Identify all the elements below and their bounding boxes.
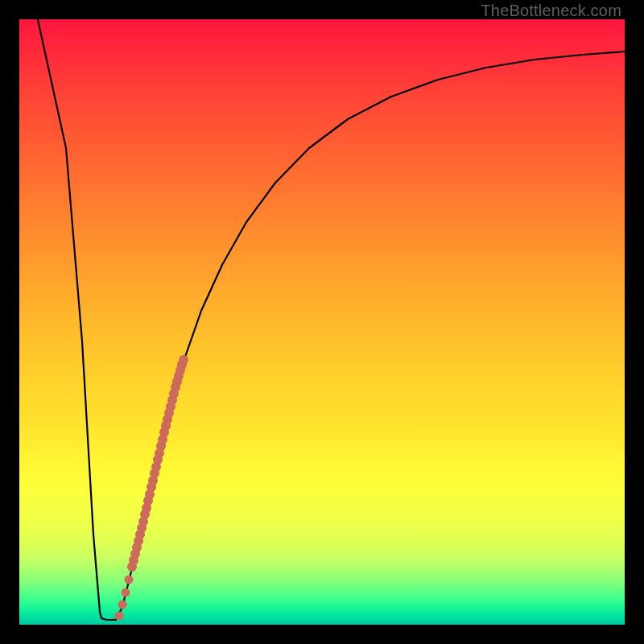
svg-point-35	[118, 601, 127, 609]
watermark-text: TheBottleneck.com	[481, 2, 621, 20]
highlight-band	[115, 355, 189, 621]
chart-frame: TheBottleneck.com	[0, 0, 644, 644]
bottleneck-curve	[37, 19, 625, 620]
svg-point-33	[125, 576, 134, 584]
curve-layer	[19, 19, 625, 625]
plot-area	[19, 19, 625, 625]
svg-point-32	[179, 355, 188, 365]
svg-point-34	[122, 588, 130, 597]
svg-point-36	[115, 612, 124, 621]
